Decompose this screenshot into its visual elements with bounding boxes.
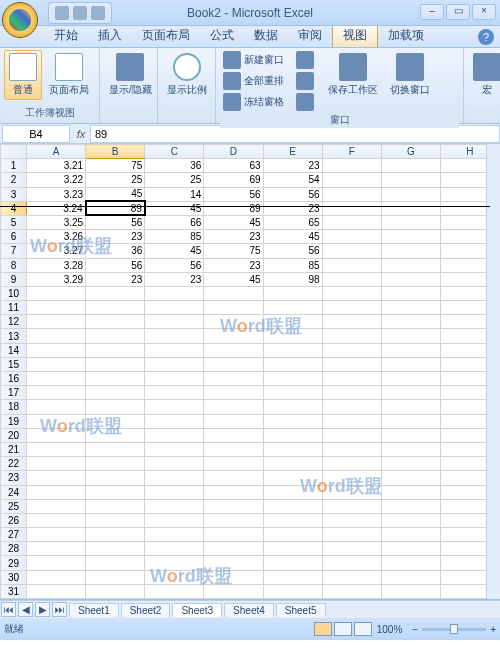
cell[interactable]: 56 xyxy=(263,244,322,258)
cell[interactable]: 56 xyxy=(204,187,263,201)
cell[interactable] xyxy=(381,315,440,329)
row-header[interactable]: 25 xyxy=(1,499,27,513)
cell[interactable]: 23 xyxy=(204,258,263,272)
row-header[interactable]: 24 xyxy=(1,485,27,499)
cell[interactable] xyxy=(381,400,440,414)
help-icon[interactable]: ? xyxy=(478,29,494,45)
cell[interactable] xyxy=(263,499,322,513)
unhide-button[interactable] xyxy=(293,92,317,112)
cell[interactable] xyxy=(381,414,440,428)
cell[interactable] xyxy=(322,471,381,485)
cell[interactable] xyxy=(381,187,440,201)
cell[interactable] xyxy=(263,357,322,371)
zoom-button[interactable]: 显示比例 xyxy=(162,50,212,100)
cell[interactable] xyxy=(381,272,440,286)
cell[interactable] xyxy=(27,570,86,584)
cell[interactable] xyxy=(381,485,440,499)
cell[interactable] xyxy=(381,372,440,386)
tab-view[interactable]: 视图 xyxy=(332,23,378,47)
tab-data[interactable]: 数据 xyxy=(244,24,288,47)
row-header[interactable]: 13 xyxy=(1,329,27,343)
cell[interactable]: 56 xyxy=(86,258,145,272)
cell[interactable]: 69 xyxy=(204,173,263,187)
cell[interactable] xyxy=(27,414,86,428)
cell[interactable] xyxy=(381,301,440,315)
cell[interactable] xyxy=(86,286,145,300)
row-header[interactable]: 6 xyxy=(1,230,27,244)
cell[interactable] xyxy=(86,513,145,527)
cell[interactable] xyxy=(263,513,322,527)
row-header[interactable]: 10 xyxy=(1,286,27,300)
cell[interactable] xyxy=(145,570,204,584)
maximize-button[interactable]: ▭ xyxy=(446,4,470,20)
cell[interactable] xyxy=(27,357,86,371)
cell[interactable] xyxy=(322,315,381,329)
sheet-tab-2[interactable]: Sheet2 xyxy=(121,603,171,617)
cell[interactable] xyxy=(322,542,381,556)
cell[interactable] xyxy=(27,428,86,442)
cell[interactable] xyxy=(86,584,145,598)
cell[interactable] xyxy=(145,414,204,428)
cell[interactable]: 23 xyxy=(204,230,263,244)
cell[interactable]: 56 xyxy=(145,258,204,272)
macros-button[interactable]: 宏 xyxy=(468,50,500,100)
cell[interactable] xyxy=(145,372,204,386)
cell[interactable] xyxy=(322,230,381,244)
cell[interactable] xyxy=(263,343,322,357)
cell[interactable] xyxy=(27,556,86,570)
cell[interactable] xyxy=(381,215,440,229)
select-all-corner[interactable] xyxy=(1,145,27,159)
cell[interactable] xyxy=(322,215,381,229)
cell[interactable] xyxy=(27,442,86,456)
cell[interactable]: 23 xyxy=(145,272,204,286)
cell[interactable] xyxy=(204,570,263,584)
cell[interactable]: 25 xyxy=(86,173,145,187)
cell[interactable] xyxy=(381,244,440,258)
cell[interactable] xyxy=(86,315,145,329)
cell[interactable]: 45 xyxy=(86,187,145,201)
cell[interactable] xyxy=(27,286,86,300)
sheet-tab-5[interactable]: Sheet5 xyxy=(276,603,326,617)
cell[interactable] xyxy=(322,584,381,598)
cell[interactable] xyxy=(27,485,86,499)
cell[interactable] xyxy=(381,570,440,584)
cell[interactable] xyxy=(263,570,322,584)
show-hide-button[interactable]: 显示/隐藏 xyxy=(104,50,157,100)
hide-button[interactable] xyxy=(293,71,317,91)
cell[interactable] xyxy=(322,428,381,442)
cell[interactable] xyxy=(27,329,86,343)
cell[interactable] xyxy=(204,556,263,570)
row-header[interactable]: 22 xyxy=(1,457,27,471)
cell[interactable] xyxy=(322,357,381,371)
row-header[interactable]: 4 xyxy=(1,201,27,215)
tab-insert[interactable]: 插入 xyxy=(88,24,132,47)
cell[interactable] xyxy=(204,315,263,329)
cell[interactable]: 56 xyxy=(86,215,145,229)
cell[interactable]: 23 xyxy=(263,159,322,173)
cell[interactable] xyxy=(86,329,145,343)
col-header-f[interactable]: F xyxy=(322,145,381,159)
cell[interactable] xyxy=(322,343,381,357)
row-header[interactable]: 1 xyxy=(1,159,27,173)
cell[interactable]: 3.24 xyxy=(27,201,86,215)
col-header-d[interactable]: D xyxy=(204,145,263,159)
cell[interactable] xyxy=(381,386,440,400)
cell[interactable] xyxy=(86,343,145,357)
cell[interactable] xyxy=(263,400,322,414)
cell[interactable] xyxy=(322,187,381,201)
cell[interactable] xyxy=(322,173,381,187)
cell[interactable] xyxy=(204,528,263,542)
cell[interactable] xyxy=(263,414,322,428)
cell[interactable] xyxy=(204,329,263,343)
cell[interactable] xyxy=(322,286,381,300)
cell[interactable]: 36 xyxy=(86,244,145,258)
spreadsheet-grid[interactable]: A B C D E F G H 13.217536632323.22252569… xyxy=(0,144,500,600)
cell[interactable] xyxy=(322,272,381,286)
name-box[interactable]: B4 xyxy=(2,125,70,143)
row-header[interactable]: 28 xyxy=(1,542,27,556)
zoom-slider[interactable] xyxy=(422,628,486,631)
cell[interactable] xyxy=(204,457,263,471)
cell[interactable] xyxy=(263,386,322,400)
cell[interactable]: 45 xyxy=(145,244,204,258)
cell[interactable] xyxy=(204,372,263,386)
